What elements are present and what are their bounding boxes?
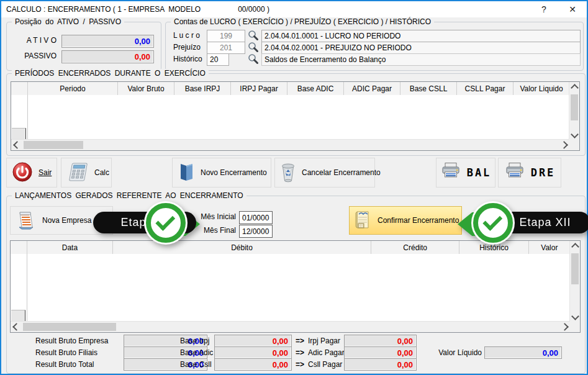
historico-code-field[interactable]: 20 (207, 53, 229, 66)
historico-desc-field[interactable]: Saldos de Encerramento do Balanço (261, 53, 581, 66)
help-button[interactable]: ? (530, 1, 558, 17)
lancamentos-row-stub (11, 310, 25, 322)
scroll-right-icon[interactable] (560, 322, 569, 332)
col-periodo: Periodo (28, 82, 118, 95)
col-valor-liquido: Valor Liquido (513, 82, 569, 95)
valor-liquido-label: Valor Líquido (440, 348, 484, 357)
col-adic-pagar: ADIC Pagar (344, 82, 400, 95)
mes-final-label: Mês Final (201, 226, 236, 235)
base-csll-row: Base Csll 0,00 => Csll Pagar 0,00 (180, 358, 417, 371)
bal-print-button[interactable]: BAL (436, 158, 495, 188)
window-title-period: 00/0000 ) (238, 5, 269, 14)
scroll-right-icon[interactable] (559, 140, 568, 150)
irpj-pagar-label: Irpj Pagar (308, 337, 344, 345)
col-csll-pagar: CSLL Pagar (457, 82, 513, 95)
scroll-up-icon[interactable] (570, 242, 580, 251)
base-adic-label: Base Adic (180, 348, 214, 357)
base-csll-value: 0,00 (214, 358, 292, 371)
group-lancamentos-title: LANÇAMENTOS GERADOS REFERENTE AO ENCERRA… (12, 191, 247, 200)
confirmar-encerramento-button[interactable]: Confirmar Encerramento (349, 206, 462, 235)
passivo-value: 0,00 (61, 50, 154, 63)
periodos-hscrollbar[interactable] (11, 139, 569, 150)
lancamentos-vscrollbar[interactable] (569, 241, 580, 322)
close-button[interactable]: ✕ (558, 1, 587, 17)
lucro-label: L u c r o (173, 31, 206, 40)
novo-encerramento-label: Novo Encerramento (201, 168, 267, 177)
adic-pagar-label: Adic Pagar (308, 348, 344, 357)
group-posicao-title: Posição do ATIVO / PASSIVO (12, 17, 124, 26)
lucro-search-icon[interactable] (248, 30, 259, 43)
base-irpj-row: Base Irpj 0,00 => Irpj Pagar 0,00 (180, 335, 417, 347)
folder-icon (178, 161, 195, 184)
mes-inicial-label: Mês Inicial (201, 212, 236, 221)
lancamentos-hscroll-thumb[interactable] (23, 323, 116, 331)
periodos-grid-header: Periodo Valor Bruto Base IRPJ IRPJ Pagar… (11, 82, 569, 96)
base-csll-label: Base Csll (180, 360, 214, 369)
scroll-down-icon[interactable] (569, 130, 579, 138)
lucro-code-field[interactable]: 199 (207, 30, 245, 42)
base-adic-row: Base Adic 0,00 => Adic Pagar 0,00 (180, 346, 417, 359)
power-icon (12, 161, 33, 184)
sair-button[interactable]: Sair (6, 158, 57, 188)
result-bruto-total-label: Result Bruto Total (35, 360, 124, 369)
lancamentos-vscroll-thumb[interactable] (571, 253, 579, 284)
check-circle-icon (146, 203, 186, 243)
lucro-desc-field[interactable]: 2.04.04.01.0001 - LUCRO NO PERIODO (261, 30, 581, 42)
periodos-hscroll-thumb[interactable] (24, 141, 83, 149)
prejuizo-search-icon[interactable] (248, 42, 259, 55)
printer-icon (440, 162, 461, 183)
lancamentos-grid: Data Débito Crédito Histórico Valor (10, 240, 581, 333)
etapa-xi-badge: Etapa XI (93, 201, 205, 247)
base-adic-value: 0,00 (214, 346, 292, 359)
historico-search-icon[interactable] (248, 53, 259, 66)
periodos-grid-body[interactable] (11, 95, 569, 140)
periodos-vscrollbar[interactable] (569, 82, 579, 140)
valor-liquido-value: 0,00 (484, 346, 562, 359)
bal-label: BAL (467, 166, 492, 179)
etapa-xii-badge: Etapa XII (458, 201, 569, 247)
periodos-row-stub (12, 128, 26, 140)
base-irpj-label: Base Irpj (180, 337, 214, 345)
arrow-separator: => (296, 360, 304, 369)
scroll-left-icon[interactable] (12, 140, 21, 150)
valor-liquido-row: Valor Líquido 0,00 (440, 346, 562, 359)
spreadsheet-icon (355, 210, 372, 232)
group-posicao-ativo-passivo: Posição do ATIVO / PASSIVO A T I V O 0,0… (6, 22, 161, 71)
title-bar: CALCULO : ENCERRAMENTO ( 1 - EMPRESA MOD… (1, 1, 587, 17)
scroll-left-icon[interactable] (12, 322, 20, 332)
arrow-separator: => (296, 348, 304, 357)
col-irpj-pagar: IRPJ Pagar (231, 82, 287, 95)
dre-print-button[interactable]: DRE (498, 158, 561, 188)
csll-pagar-value: 0,00 (344, 358, 417, 371)
adic-pagar-value: 0,00 (344, 346, 417, 359)
calc-button[interactable]: Calc (61, 158, 112, 188)
novo-encerramento-button[interactable]: Novo Encerramento (172, 158, 271, 188)
notepad-icon (16, 210, 37, 232)
scroll-down-icon[interactable] (570, 312, 580, 320)
col-base-irpj: Base IRPJ (174, 82, 231, 95)
printer-icon (504, 162, 525, 183)
cancelar-encerramento-label: Cancelar Encerramento (302, 168, 381, 177)
recycle-bin-icon (280, 161, 296, 184)
cancelar-encerramento-button[interactable]: Cancelar Encerramento (274, 158, 375, 188)
ativo-value: 0,00 (61, 35, 154, 48)
calculator-icon (66, 161, 89, 184)
csll-pagar-label: Csll Pagar (308, 360, 344, 369)
calc-label: Calc (94, 168, 109, 177)
scroll-up-icon[interactable] (569, 83, 579, 92)
periodos-row-selector-header (11, 82, 28, 95)
group-periodos-title: PERÍODOS ENCERRADOS DURANTE O EXERCÍCIO (12, 69, 209, 78)
prejuizo-code-field[interactable]: 201 (207, 42, 245, 54)
group-periodos: PERÍODOS ENCERRADOS DURANTE O EXERCÍCIO … (6, 73, 586, 156)
lancamentos-grid-body[interactable] (11, 254, 570, 322)
prejuizo-desc-field[interactable]: 2.04.04.02.0001 - PREJUIZO NO PERIODO (261, 42, 581, 54)
periodos-vscroll-thumb[interactable] (571, 94, 578, 120)
lancamentos-hscrollbar[interactable] (11, 321, 570, 332)
col-valor-bruto: Valor Bruto (118, 82, 174, 95)
mes-final-field[interactable]: 12/0000 (239, 225, 273, 238)
arrow-separator: => (296, 337, 304, 345)
irpj-pagar-value: 0,00 (344, 335, 417, 347)
prejuizo-label: Prejuízo (173, 43, 206, 52)
window-title: CALCULO : ENCERRAMENTO ( 1 - EMPRESA MOD… (6, 5, 201, 14)
mes-inicial-field[interactable]: 01/0000 (239, 211, 273, 224)
